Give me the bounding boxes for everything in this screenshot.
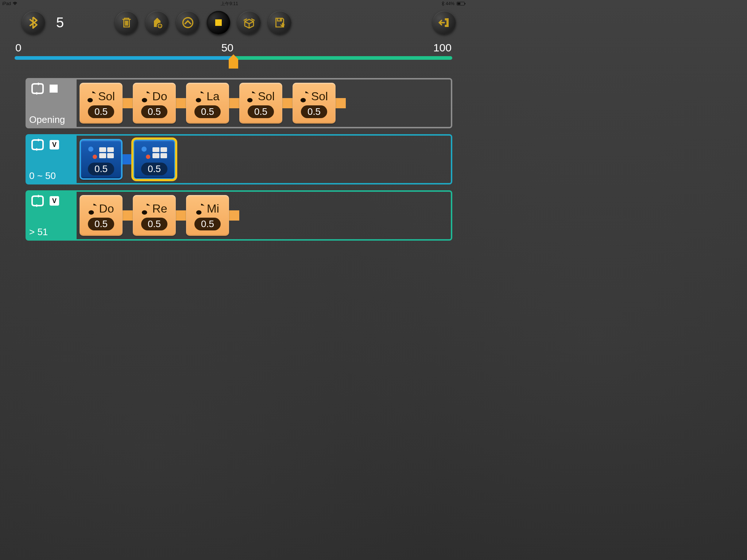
music-note-icon [142, 203, 151, 215]
note-block[interactable]: Sol0.5 [293, 83, 336, 124]
stop-button[interactable] [207, 11, 230, 34]
note-duration: 0.5 [301, 105, 327, 118]
note-duration: 0.5 [141, 105, 167, 118]
note-name: Do [99, 202, 114, 215]
ipad-status-bar: iPad 上午9:11 44% [0, 0, 467, 7]
block-connector [229, 98, 239, 108]
device-label: iPad [2, 1, 11, 6]
track-label: 0 ~ 50 [29, 170, 73, 182]
gears-icon [88, 147, 97, 159]
track-head[interactable]: V0 ~ 50 [26, 134, 77, 184]
stop-badge [50, 85, 58, 93]
music-note-icon [142, 90, 151, 103]
note-name: Do [152, 90, 167, 103]
block-connector [336, 98, 346, 108]
svg-point-1 [183, 18, 193, 28]
track-1: V0 ~ 500.50.5 [26, 134, 452, 184]
open-box-icon [243, 16, 256, 29]
svg-point-4 [142, 98, 147, 102]
svg-point-7 [301, 98, 306, 102]
stop-icon [212, 16, 225, 29]
track-head[interactable]: Opening [26, 78, 77, 128]
note-block[interactable]: La0.5 [186, 83, 229, 124]
range-slider[interactable]: 0 50 100 [0, 38, 467, 67]
track-body[interactable]: 0.50.5 [77, 134, 452, 184]
note-duration: 0.5 [141, 218, 167, 230]
note-block[interactable]: Sol0.5 [239, 83, 282, 124]
block-connector [176, 210, 186, 221]
block-duration: 0.5 [88, 163, 114, 175]
bluetooth-button[interactable] [22, 11, 45, 34]
trash-icon [120, 16, 133, 29]
slider-thumb[interactable] [229, 59, 238, 72]
led-block[interactable]: 0.5 [133, 139, 176, 180]
block-connector [229, 210, 239, 221]
svg-point-8 [88, 210, 94, 214]
block-connector [123, 154, 133, 164]
svg-rect-2 [215, 19, 222, 26]
note-name: La [206, 90, 220, 103]
exit-icon [438, 16, 451, 29]
bluetooth-status-icon [441, 1, 444, 6]
counter-value: 5 [56, 15, 64, 31]
bluetooth-icon [27, 16, 40, 29]
track-head[interactable]: V> 51 [26, 190, 77, 241]
gears-icon [142, 147, 150, 159]
note-name: Re [152, 202, 167, 215]
note-duration: 0.5 [194, 105, 221, 118]
note-block[interactable]: Sol0.5 [80, 83, 123, 124]
loop-icon [29, 139, 46, 151]
led-grid-icon [152, 147, 167, 158]
tracks-container: OpeningSol0.5Do0.5La0.5Sol0.5Sol0.5V0 ~ … [0, 67, 467, 241]
variable-badge: V [50, 140, 59, 149]
wifi-icon [12, 2, 18, 5]
track-body[interactable]: Do0.5Re0.5Mi0.5 [77, 190, 452, 241]
slider-max-label: 100 [433, 42, 452, 54]
slider-track[interactable] [15, 56, 452, 60]
battery-pct: 44% [446, 1, 454, 6]
note-block[interactable]: Do0.5 [80, 195, 123, 236]
track-0: OpeningSol0.5Do0.5La0.5Sol0.5Sol0.5 [26, 78, 452, 128]
note-block[interactable]: Re0.5 [133, 195, 176, 236]
note-duration: 0.5 [194, 218, 221, 230]
music-note-icon [87, 90, 97, 103]
music-note-icon [247, 90, 256, 103]
track-body[interactable]: Sol0.5Do0.5La0.5Sol0.5Sol0.5 [77, 78, 452, 128]
save-download-icon [273, 16, 286, 29]
note-duration: 0.5 [88, 218, 114, 230]
battery-icon [457, 2, 465, 5]
status-time: 上午9:11 [18, 1, 441, 7]
delete-button[interactable] [115, 11, 138, 34]
block-connector [123, 210, 133, 221]
music-note-icon [88, 203, 98, 215]
led-block[interactable]: 0.5 [80, 139, 123, 180]
loop-icon [29, 195, 46, 207]
exit-button[interactable] [433, 11, 456, 34]
track-2: V> 51Do0.5Re0.5Mi0.5 [26, 190, 452, 241]
package-button[interactable] [237, 11, 261, 34]
up-button[interactable] [176, 11, 200, 34]
svg-point-6 [247, 98, 253, 102]
note-name: Mi [207, 202, 219, 215]
block-connector [282, 98, 293, 108]
note-block[interactable]: Do0.5 [133, 83, 176, 124]
save-button[interactable] [268, 11, 291, 34]
block-connector [123, 98, 133, 108]
block-connector [176, 98, 186, 108]
music-note-icon [300, 90, 310, 103]
loop-icon [29, 82, 46, 95]
svg-point-9 [142, 210, 147, 214]
note-duration: 0.5 [88, 105, 114, 118]
block-duration: 0.5 [141, 163, 167, 175]
tag-add-icon [151, 16, 164, 29]
note-name: Sol [258, 90, 275, 103]
add-tag-button[interactable] [146, 11, 169, 34]
led-grid-icon [99, 147, 114, 158]
note-block[interactable]: Mi0.5 [186, 195, 229, 236]
svg-point-10 [196, 210, 202, 214]
slider-min-label: 0 [15, 42, 22, 54]
track-label: > 51 [29, 226, 73, 238]
svg-point-5 [196, 98, 201, 102]
svg-point-3 [88, 98, 93, 102]
note-name: Sol [311, 90, 328, 103]
